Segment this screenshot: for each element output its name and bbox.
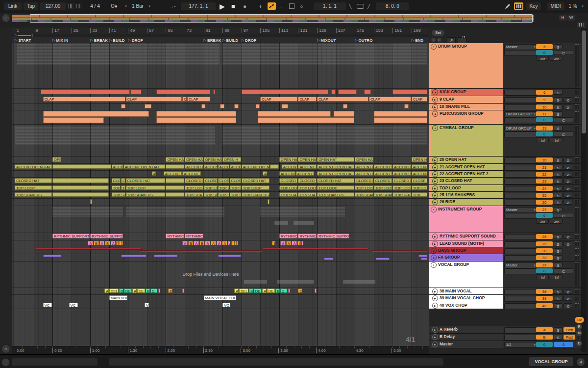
main-vocal-clip[interactable] xyxy=(158,289,160,293)
ride-name-cell[interactable]: ▶26 RIDE xyxy=(431,199,503,206)
accent-open-hat-clip[interactable]: ACCEN xyxy=(218,164,229,169)
cut-button[interactable]: C xyxy=(554,50,573,55)
track-play-icon[interactable]: ▶ xyxy=(432,157,438,163)
kick-group-clip[interactable] xyxy=(392,89,427,94)
solo-button[interactable]: S xyxy=(554,44,563,49)
percussion-group-clip[interactable] xyxy=(156,117,236,123)
main-vocal-chop-clip[interactable]: MAIN VOCAL CHOP xyxy=(204,295,236,300)
main-vocal-chop-clip[interactable]: MAIN VOCAL CHOP xyxy=(109,295,128,300)
vox-chop-lane[interactable]: VCVCVVO xyxy=(12,302,429,309)
percussion-group-clip[interactable] xyxy=(334,111,354,117)
closed-hat-clip[interactable]: C xyxy=(121,178,125,183)
cut-button[interactable]: C xyxy=(554,268,573,273)
vocal-group-header[interactable]: ▾VOCAL GROUPMaster▾37S0C-inf-inf xyxy=(429,262,582,288)
solo-button[interactable]: S xyxy=(554,289,563,294)
tempo-display[interactable]: 127.00 xyxy=(40,2,66,10)
pan-knob[interactable]: 0 xyxy=(536,213,553,218)
shakers-clip[interactable]: 1/16 SHA xyxy=(279,192,298,197)
clap-lane[interactable]: CLAPCLAPCCLAPCLAPCLAPCLAPCLAPCLAP xyxy=(12,96,429,104)
top-loop-clip[interactable]: TOP LOO xyxy=(204,185,218,190)
kick-group-clip[interactable] xyxy=(213,89,215,94)
audio-to-selector[interactable] xyxy=(504,172,537,178)
snare-fill-name-cell[interactable]: ▶10 SNARE FILL xyxy=(431,104,503,110)
shakers-clip[interactable]: 1/16 SHAK xyxy=(355,192,373,197)
main-vocal-clip[interactable]: DE xyxy=(267,289,275,293)
vocal-group-name-cell[interactable]: ▾VOCAL GROUP xyxy=(429,262,503,288)
sub-routing-box[interactable] xyxy=(504,213,537,219)
io-section-button[interactable]: I-O xyxy=(575,317,584,323)
group-fold-icon[interactable]: ■ xyxy=(431,248,437,254)
rythmic-support-clip[interactable]: RYTHMIC xyxy=(279,234,298,238)
instrument-group-name-cell[interactable]: ▾INSTRUMENT GROUP xyxy=(429,206,503,233)
shakers-clip[interactable]: 1/16 SHA xyxy=(298,192,317,197)
lead-sound-clip[interactable]: A xyxy=(280,241,286,245)
closed-hat-clip[interactable]: CLOSED xyxy=(218,178,229,183)
cut-button[interactable]: C xyxy=(554,213,573,218)
record-button[interactable]: ● xyxy=(243,2,246,10)
audio-to-selector[interactable]: DRUM GROUP▾ xyxy=(504,126,537,131)
closed-hat-lane[interactable]: CLOSED HATCLOSEDCCLOSED HATCLOSED HCLOSE… xyxy=(12,178,429,185)
kick-group-name-cell[interactable]: ■KICK GROUP xyxy=(431,89,503,96)
punch-out-icon[interactable]: ╱ xyxy=(368,2,370,10)
shakers-clip[interactable]: 1/16 SHAKERS xyxy=(126,192,166,197)
solo-button[interactable]: S xyxy=(554,186,563,191)
open-hat-clip[interactable]: OPEN HAT xyxy=(185,157,203,162)
cpu-meter[interactable]: 1 % xyxy=(566,2,579,10)
lead-sound-clip[interactable]: B xyxy=(188,241,194,245)
ride-header[interactable]: ▶26 RIDE26S⊘ xyxy=(429,199,582,206)
solo-button[interactable]: S xyxy=(554,335,563,340)
closed-hat-clip[interactable]: CLOSE xyxy=(412,178,428,183)
accent-open-hat-2-clip[interactable]: ACCENT O xyxy=(182,171,201,176)
lead-sound-clip[interactable]: A xyxy=(194,241,199,245)
vox-chop-clip[interactable]: VC xyxy=(69,303,78,307)
lead-sound-clip[interactable]: A xyxy=(222,241,227,245)
open-hat-header[interactable]: ▶20 OPEN HAT20S⊘ xyxy=(429,157,582,164)
main-vocal-clip[interactable]: DEL xyxy=(239,289,248,293)
top-loop-clip[interactable]: TOP LO xyxy=(218,185,229,190)
open-hat-clip[interactable]: OPEN HAT xyxy=(355,157,373,162)
gain-display[interactable]: -inf xyxy=(550,219,563,224)
punch-region-icon[interactable] xyxy=(289,2,294,10)
instrument-group-header[interactable]: ▾INSTRUMENT GROUPMaster▾27S0C-inf-inf xyxy=(429,206,582,233)
lead-sound-clip[interactable]: B xyxy=(272,241,275,245)
pan-knob[interactable]: 0 xyxy=(536,131,553,136)
track-number-box[interactable]: 33 xyxy=(536,255,553,260)
solo-button[interactable]: S xyxy=(554,90,563,95)
lead-sound-header[interactable]: ▶LEAD SOUND (MOTIF)29S⊘ xyxy=(429,240,582,247)
sub-routing-box[interactable] xyxy=(504,50,537,56)
locator-break[interactable]: ▷BREAK xyxy=(90,37,108,43)
re-enable-automation-button[interactable]: ← xyxy=(279,2,284,10)
fx-group-clip[interactable] xyxy=(418,255,427,257)
track-number-box[interactable]: 38 xyxy=(536,289,553,294)
lead-sound-clip[interactable]: A xyxy=(205,241,210,245)
top-loop-clip[interactable]: TOP LOOP xyxy=(374,185,392,190)
audio-to-selector[interactable] xyxy=(504,296,537,302)
lead-sound-lane[interactable]: ABABAEEEEABABAAAAAEEEEBAAAC xyxy=(12,240,429,247)
locator-end[interactable]: ▷END xyxy=(412,37,423,43)
accent-open-hat-clip[interactable]: ACCENT O xyxy=(392,164,411,169)
closed-hat-clip[interactable]: CLOSED H xyxy=(392,178,411,183)
clap-clip[interactable]: CLAP xyxy=(43,97,125,102)
time-ruler[interactable]: 0:000:301:001:302:002:303:003:304:004:30… xyxy=(12,346,429,355)
follow-button[interactable]: →-- xyxy=(169,2,175,10)
accent-open-hat-clip[interactable] xyxy=(270,164,279,169)
shakers-clip[interactable] xyxy=(166,192,184,197)
draw-mode-button[interactable] xyxy=(505,2,511,10)
lead-sound-clip[interactable]: B xyxy=(94,241,99,245)
main-vocal-clip[interactable]: A xyxy=(262,289,267,293)
fx-group-clip[interactable] xyxy=(421,258,427,260)
locator-mix-in[interactable]: ▷MIX IN xyxy=(52,37,68,43)
fx-group-clip[interactable] xyxy=(218,255,241,257)
accent-open-hat-clip[interactable]: ACCENT O xyxy=(374,164,392,169)
status-left-circle[interactable] xyxy=(1,358,10,367)
snare-fill-clip[interactable] xyxy=(234,104,239,108)
track-play-icon[interactable]: ▶ xyxy=(432,327,438,333)
device-on-button[interactable]: ⊘ xyxy=(564,296,572,301)
closed-hat-clip[interactable]: CLOSED xyxy=(204,178,218,183)
volume-display[interactable]: -inf xyxy=(536,56,549,61)
track-play-icon[interactable]: ▶ xyxy=(432,185,438,191)
scrollbar-thumb[interactable] xyxy=(582,30,586,133)
loop-length-display[interactable]: 8. 0. 0 xyxy=(376,2,409,10)
audio-to-selector[interactable] xyxy=(504,248,537,254)
lead-sound-clip[interactable]: A xyxy=(111,241,116,245)
